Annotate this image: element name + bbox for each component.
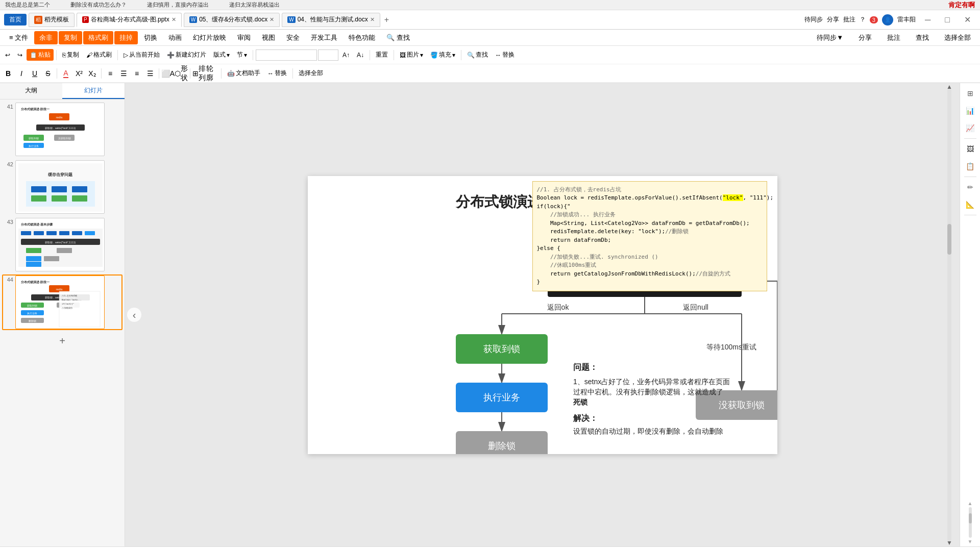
slide-item-44[interactable]: 44 分布式锁演进-阶段一 redis 获取锁，setnx("lock",111…: [2, 274, 122, 330]
right-scroll-down[interactable]: ▼: [968, 539, 973, 544]
tab-doc1[interactable]: W 05、缓存&分布式锁.docx ✕: [184, 13, 280, 27]
right-btn-image[interactable]: 🖼: [962, 141, 978, 157]
slide-item-42[interactable]: 42 缓存击穿问题: [2, 159, 122, 215]
menu-share[interactable]: 分享: [853, 31, 877, 44]
add-slide-button[interactable]: +: [2, 332, 122, 350]
menu-view[interactable]: 视图: [257, 31, 280, 44]
menu-find[interactable]: 🔍 查找: [381, 31, 415, 44]
font-decrease-button[interactable]: A↓: [354, 50, 367, 60]
menu-highlight2[interactable]: 复制: [59, 31, 82, 44]
ppt-icon: P: [82, 16, 89, 23]
selectall-button[interactable]: 选择全部: [296, 67, 326, 79]
picture-button[interactable]: 🖼 图片▾: [397, 49, 426, 61]
tab-home[interactable]: 首页: [4, 14, 27, 26]
italic-button[interactable]: I: [15, 67, 28, 80]
paste-button[interactable]: 📋 粘贴: [27, 49, 54, 61]
superscript-button[interactable]: X²: [73, 67, 85, 80]
vertical-scrollbar[interactable]: [947, 88, 951, 541]
slide-item-43[interactable]: 43 分布式锁演进-基本步骤 获取锁，setnx("lock",1111): [2, 217, 122, 272]
right-btn-measure[interactable]: 📐: [962, 196, 978, 213]
maximize-button[interactable]: □: [940, 15, 955, 24]
share-btn[interactable]: 分享: [827, 15, 839, 24]
toolbar-sep4: [370, 50, 370, 60]
batch-btn[interactable]: 批注: [843, 15, 855, 24]
scroll-down-button[interactable]: ▼: [946, 539, 952, 546]
help-btn[interactable]: ？: [860, 15, 866, 24]
tab-add-button[interactable]: +: [382, 15, 391, 24]
user-avatar[interactable]: 👤: [882, 14, 893, 26]
menu-file[interactable]: ≡ 文件: [4, 31, 33, 44]
menu-comment[interactable]: 批注: [882, 31, 905, 44]
start-from-button[interactable]: ▷ 从当前开始: [120, 49, 163, 61]
section-button[interactable]: 节▾: [234, 49, 250, 61]
notification-badge[interactable]: 3: [870, 16, 878, 23]
find-button[interactable]: 🔍 查找: [464, 49, 491, 61]
replace2-button[interactable]: ↔ 替换: [264, 67, 290, 79]
user-name: 雷丰阳: [897, 15, 916, 24]
align-left-button[interactable]: ≡: [104, 67, 116, 80]
align-center-button[interactable]: ☰: [117, 67, 130, 80]
doc2-close-icon[interactable]: ✕: [370, 16, 375, 23]
minimize-button[interactable]: ─: [920, 15, 936, 24]
menu-animate[interactable]: 动画: [163, 31, 187, 44]
doc1-close-icon[interactable]: ✕: [270, 16, 274, 23]
tab-template[interactable]: 稻 稻壳模板: [29, 13, 75, 27]
replace-button[interactable]: ↔ 替换: [492, 49, 518, 61]
align-justify-button[interactable]: ☰: [144, 67, 156, 80]
note-area[interactable]: 💬 单击此处添加备注: [0, 546, 980, 551]
right-btn-table[interactable]: ⊞: [962, 85, 978, 102]
sidebar-tab-outline[interactable]: 大纲: [0, 83, 62, 99]
right-btn-edit[interactable]: ✏: [962, 179, 978, 195]
menu-highlight4[interactable]: 挂掉: [114, 31, 138, 44]
font-size-input[interactable]: [318, 49, 338, 61]
right-btn-barchart[interactable]: 📈: [962, 120, 978, 136]
scroll-up-button[interactable]: ▲: [946, 83, 952, 90]
menu-sync[interactable]: 待同步▼: [812, 31, 848, 44]
docassist-button[interactable]: 🤖 文档助手: [224, 67, 263, 79]
shape-button[interactable]: ⬡ 形状: [175, 67, 187, 80]
underline-button[interactable]: U: [29, 67, 41, 80]
tab-ppt-active[interactable]: P 谷粒商城-分布式高级-图.pptx ✕: [77, 13, 182, 27]
layout-button[interactable]: 版式▾: [210, 49, 233, 61]
menu-switch[interactable]: 切换: [139, 31, 162, 44]
sidebar-tab-slides[interactable]: 幻灯片: [62, 83, 125, 99]
outline-button[interactable]: 轮廓: [206, 67, 218, 80]
menu-dev[interactable]: 开发工具: [306, 31, 342, 44]
copy-button[interactable]: ⎘ 复制: [59, 49, 82, 61]
reset-button[interactable]: 重置: [373, 49, 391, 61]
close-button[interactable]: ✕: [959, 15, 976, 24]
align-button[interactable]: ⊞ 排列: [193, 67, 205, 80]
textbox-button[interactable]: ⬜A: [162, 67, 174, 80]
menu-slideshow[interactable]: 幻灯片放映: [188, 31, 231, 44]
right-btn-clip[interactable]: 📋: [962, 158, 978, 174]
right-btn-chart[interactable]: 📊: [962, 103, 978, 119]
fontcolor-button[interactable]: A: [60, 67, 72, 80]
italic-icon: I: [20, 69, 22, 78]
copy-icon: ⎘: [62, 52, 66, 59]
fill-button[interactable]: 🪣 填充▾: [427, 49, 458, 61]
font-increase-button[interactable]: A↑: [339, 50, 353, 60]
slide-item-41[interactable]: 41 分布式锁演进-阶段一 redis 获取锁，setnx("lock",111…: [2, 102, 122, 157]
menu-feature[interactable]: 特色功能: [344, 31, 380, 44]
menu-review[interactable]: 审阅: [232, 31, 256, 44]
formatbrush-button[interactable]: 🖌 格式刷: [83, 49, 115, 61]
align-right-button[interactable]: ≡: [131, 67, 143, 80]
sync-btn[interactable]: 待同步: [804, 15, 823, 24]
menu-security[interactable]: 安全: [281, 31, 305, 44]
menu-highlight3[interactable]: 格式刷: [83, 31, 113, 44]
menu-highlight1[interactable]: 余非: [34, 31, 58, 44]
menu-selectall[interactable]: 选择全部: [939, 31, 976, 44]
undo-button[interactable]: ↩: [2, 50, 13, 60]
redo-button[interactable]: ↪: [14, 50, 26, 60]
font-name-input[interactable]: [256, 49, 317, 61]
new-slide-button[interactable]: ➕ 新建幻灯片: [164, 49, 209, 61]
ppt-close-icon[interactable]: ✕: [172, 16, 176, 23]
bold-button[interactable]: B: [2, 67, 14, 80]
svg-rect-25: [59, 231, 69, 235]
subscript-button[interactable]: X₂: [86, 67, 99, 80]
slide-nav-left[interactable]: ‹: [127, 308, 141, 322]
menu-find2[interactable]: 查找: [911, 31, 934, 44]
tab-doc2[interactable]: W 04、性能与压力测试.docx ✕: [282, 13, 380, 27]
right-scroll-up[interactable]: ▲: [968, 500, 973, 506]
strikethrough-button[interactable]: S: [42, 67, 54, 80]
